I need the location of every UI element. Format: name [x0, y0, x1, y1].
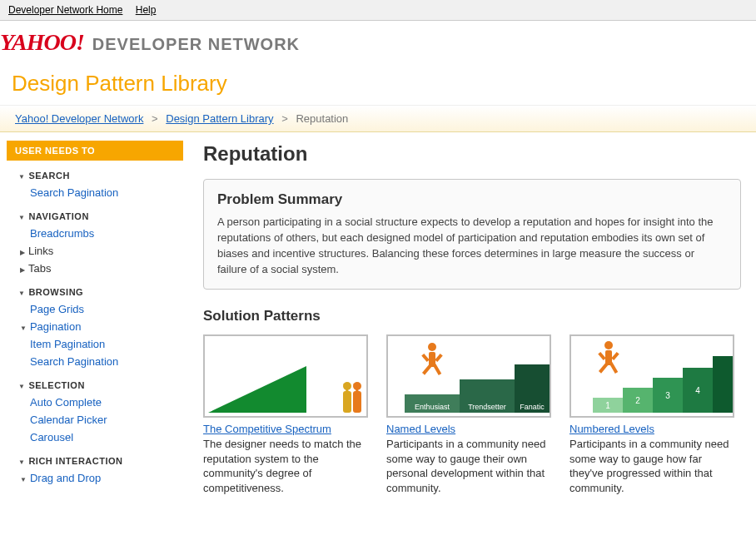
step-number: 4 — [683, 368, 713, 413]
sidebar-item-carousel[interactable]: Carousel — [30, 431, 73, 443]
card-title-competitive[interactable]: The Competitive Spectrum — [203, 423, 368, 435]
breadcrumb-current: Reputation — [296, 112, 348, 125]
main-content: Reputation Problem Summary A person part… — [183, 132, 756, 496]
sidebar-item-search-pagination-2[interactable]: Search Pagination — [30, 355, 118, 368]
sidebar-item-tabs[interactable]: Tabs — [30, 260, 183, 277]
step-number — [713, 356, 733, 413]
card-named-levels: Enthusiast Trendsetter Fanatic Named Lev… — [386, 334, 551, 495]
sidebar-group-selection: SELECTION Auto Complete Calendar Picker … — [7, 377, 183, 446]
header: YAHOO! DEVELOPER NETWORK Design Pattern … — [0, 21, 756, 97]
sidebar-category-rich-interaction[interactable]: RICH INTERACTION — [7, 453, 183, 469]
sidebar-item-auto-complete[interactable]: Auto Complete — [30, 396, 102, 409]
card-desc-named: Participants in a community need some wa… — [386, 437, 551, 495]
step-label: Enthusiast — [405, 394, 460, 413]
sidebar-heading: USER NEEDS TO — [7, 141, 183, 161]
sidebar-group-browsing: BROWSING Page Grids Pagination Item Pagi… — [7, 284, 183, 370]
topbar-home-link[interactable]: Developer Network Home — [8, 4, 122, 16]
main-heading: Reputation — [203, 142, 741, 166]
breadcrumb-sep: > — [281, 112, 288, 125]
stairs-icon: Enthusiast Trendsetter Fanatic — [405, 364, 550, 413]
people-icon — [343, 382, 361, 413]
breadcrumb-link-library[interactable]: Design Pattern Library — [166, 112, 273, 125]
card-thumb-numbered[interactable]: 1 2 3 4 — [569, 334, 734, 418]
sidebar-item-pagination[interactable]: Pagination — [30, 318, 183, 335]
triangle-icon — [208, 366, 306, 413]
card-competitive-spectrum: The Competitive Spectrum The designer ne… — [203, 334, 368, 495]
page-title: Design Pattern Library — [12, 71, 756, 97]
sidebar-group-rich-interaction: RICH INTERACTION Drag and Drop — [7, 453, 183, 487]
sidebar-category-browsing[interactable]: BROWSING — [7, 284, 183, 300]
sidebar-item-page-grids[interactable]: Page Grids — [30, 303, 84, 315]
card-desc-competitive: The designer needs to match the reputati… — [203, 437, 368, 495]
card-numbered-levels: 1 2 3 4 Numbered Levels Participants in … — [569, 334, 734, 495]
sidebar-item-search-pagination[interactable]: Search Pagination — [30, 186, 118, 199]
sidebar-group-search: SEARCH Search Pagination — [7, 167, 183, 201]
card-thumb-named[interactable]: Enthusiast Trendsetter Fanatic — [386, 334, 551, 418]
logo-bang: ! — [76, 29, 84, 55]
problem-summary-box: Problem Summary A person participating i… — [203, 179, 741, 290]
breadcrumb: Yahoo! Developer Network > Design Patter… — [0, 105, 756, 132]
sidebar-category-navigation[interactable]: NAVIGATION — [7, 208, 183, 225]
stairs-icon: 1 2 3 4 — [593, 356, 733, 413]
problem-summary-heading: Problem Summary — [217, 191, 727, 208]
person-climbing-icon — [428, 343, 436, 367]
step-number: 1 — [593, 398, 623, 413]
logo-text-devnet: DEVELOPER NETWORK — [92, 35, 300, 54]
solutions-heading: Solution Patterns — [203, 308, 741, 324]
sidebar-category-search[interactable]: SEARCH — [7, 167, 183, 184]
logo-text-yahoo: YAHOO — [0, 29, 76, 55]
step-number: 2 — [623, 388, 653, 413]
sidebar-group-navigation: NAVIGATION Breadcrumbs Links Tabs — [7, 208, 183, 277]
topbar-help-link[interactable]: Help — [136, 4, 157, 16]
sidebar-item-calendar-picker[interactable]: Calendar Picker — [30, 414, 107, 426]
card-thumb-competitive[interactable] — [203, 334, 368, 418]
card-title-named[interactable]: Named Levels — [386, 423, 551, 435]
step-number: 3 — [653, 378, 683, 413]
breadcrumb-sep: > — [152, 112, 158, 125]
sidebar-item-item-pagination[interactable]: Item Pagination — [30, 338, 105, 350]
step-label: Trendsetter — [460, 379, 515, 413]
card-title-numbered[interactable]: Numbered Levels — [569, 423, 734, 435]
breadcrumb-link-devnet[interactable]: Yahoo! Developer Network — [15, 112, 143, 125]
sidebar-item-drag-and-drop[interactable]: Drag and Drop — [30, 469, 183, 487]
sidebar: USER NEEDS TO SEARCH Search Pagination N… — [0, 132, 183, 496]
step-label: Fanatic — [515, 364, 550, 413]
yahoo-logo: YAHOO! — [0, 29, 84, 56]
solution-cards: The Competitive Spectrum The designer ne… — [203, 334, 741, 495]
card-desc-numbered: Participants in a community need some wa… — [569, 437, 734, 495]
sidebar-item-breadcrumbs[interactable]: Breadcrumbs — [30, 227, 94, 240]
problem-summary-body: A person participating in a social struc… — [217, 215, 727, 277]
topbar: Developer Network Home Help — [0, 0, 756, 21]
logo-row: YAHOO! DEVELOPER NETWORK — [0, 29, 756, 56]
sidebar-item-links[interactable]: Links — [30, 242, 183, 260]
sidebar-category-selection[interactable]: SELECTION — [7, 377, 183, 394]
